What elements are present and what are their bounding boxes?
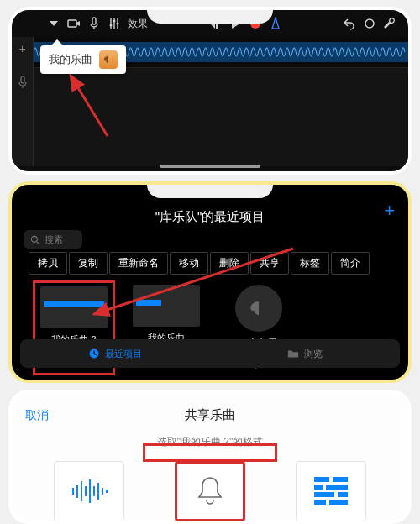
svg-rect-23: [314, 485, 323, 490]
metronome-icon[interactable]: [269, 17, 282, 30]
svg-rect-26: [338, 492, 348, 497]
my-song-tooltip[interactable]: 我的乐曲: [40, 45, 126, 74]
search-field[interactable]: 搜索: [24, 230, 82, 249]
loop-icon[interactable]: [363, 17, 376, 30]
svg-rect-0: [68, 20, 76, 27]
svg-rect-27: [314, 500, 326, 505]
track-left-column: +: [12, 37, 34, 67]
bottom-tab-bar: 最近项目 浏览: [20, 339, 400, 368]
search-icon: [30, 235, 39, 244]
file-browser-screenshot: "库乐队"的最近项目 + 搜索 拷贝 复制 重新命名 移动 删除 共享 标签 简…: [8, 181, 412, 383]
waveform-icon: [70, 476, 108, 506]
mic-icon[interactable]: [87, 17, 101, 30]
svg-point-4: [117, 23, 119, 25]
folder-icon: [287, 348, 299, 359]
cancel-button[interactable]: 取消: [25, 408, 49, 423]
tab-recent[interactable]: 最近项目: [20, 348, 210, 360]
svg-rect-28: [329, 500, 348, 505]
blocks-icon: [314, 477, 348, 506]
tooltip-label: 我的乐曲: [49, 52, 92, 67]
tab-label: 浏览: [304, 348, 323, 360]
camera-icon[interactable]: [67, 17, 81, 30]
clock-icon: [88, 348, 100, 359]
plus-track-icon[interactable]: +: [16, 42, 29, 55]
annotation-arrow: [66, 71, 124, 138]
svg-point-10: [31, 236, 37, 242]
action-info[interactable]: 简介: [331, 252, 370, 275]
search-placeholder: 搜索: [45, 233, 63, 246]
browser-title: "库乐队"的最近项目: [155, 209, 265, 225]
editor-screenshot: 效果 + 我的乐曲: [8, 7, 412, 175]
share-title: 共享乐曲: [185, 407, 235, 423]
svg-rect-25: [314, 492, 334, 497]
dropdown-icon[interactable]: [47, 17, 60, 30]
share-option-ringtone[interactable]: [175, 461, 245, 521]
device-notch: [147, 7, 273, 24]
home-indicator: [160, 165, 260, 168]
bell-icon: [195, 474, 225, 508]
tab-label: 最近项目: [105, 348, 142, 360]
device-notch: [147, 181, 273, 198]
annotation-arrow: [87, 245, 306, 321]
svg-point-3: [113, 20, 116, 23]
annotation-highlight-box: [143, 443, 277, 462]
share-sheet-screenshot: 取消 共享乐曲 选取"我的乐曲 2"的格式: [8, 390, 412, 524]
garageband-icon: [99, 50, 118, 69]
svg-rect-9: [21, 76, 24, 83]
share-header: 取消 共享乐曲: [12, 393, 408, 427]
fx-label[interactable]: 效果: [128, 17, 148, 31]
settings-wrench-icon[interactable]: [383, 17, 396, 30]
share-option-project[interactable]: [296, 461, 366, 521]
svg-point-6: [365, 19, 374, 28]
action-copy[interactable]: 拷贝: [29, 252, 67, 275]
add-button[interactable]: +: [384, 200, 395, 222]
svg-rect-21: [314, 477, 329, 482]
share-options: [12, 461, 408, 521]
svg-rect-24: [326, 485, 348, 490]
mic-track-icon[interactable]: [16, 76, 29, 89]
share-option-song[interactable]: [54, 461, 124, 521]
undo-icon[interactable]: [343, 17, 356, 30]
tab-browse[interactable]: 浏览: [210, 348, 400, 360]
left-column-lower: [12, 67, 34, 166]
svg-rect-22: [333, 477, 348, 482]
mixer-icon[interactable]: [108, 17, 121, 30]
svg-point-2: [110, 24, 113, 27]
svg-rect-1: [92, 18, 96, 24]
